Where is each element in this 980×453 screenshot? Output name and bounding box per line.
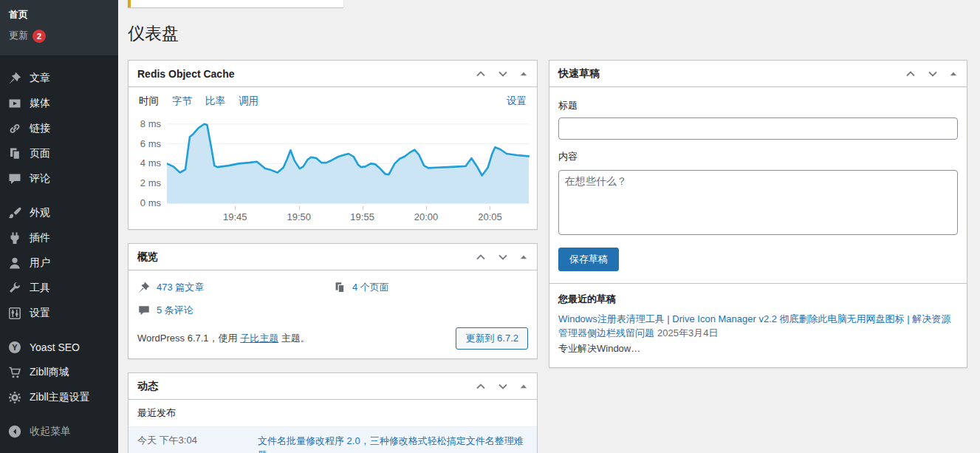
sidebar-item-yoast-seo[interactable]: Y Yoast SEO xyxy=(0,335,118,360)
posts-count-link[interactable]: 473 篇文章 xyxy=(157,279,204,296)
comment-icon xyxy=(7,171,22,186)
sidebar-item-collapse-menu[interactable]: 收起菜单 xyxy=(0,419,118,444)
y-tick-label: 8 ms xyxy=(140,118,161,130)
move-up-icon[interactable] xyxy=(905,68,916,80)
draft-title-input[interactable] xyxy=(558,117,958,140)
collapse-arrow-icon xyxy=(7,424,22,439)
redis-tab-ratio[interactable]: 比率 xyxy=(205,95,225,108)
sidebar-item-label: 媒体 xyxy=(30,97,50,110)
cart-icon xyxy=(7,365,22,380)
sidebar-item-settings[interactable]: 设置 xyxy=(0,301,118,326)
draft-content-textarea[interactable] xyxy=(558,170,958,235)
quick-draft-panel: 快速草稿 标题 内容 保存草稿 您最 xyxy=(549,60,967,368)
quick-draft-panel-header: 快速草稿 xyxy=(549,61,967,87)
pages-icon xyxy=(7,146,22,161)
media-icon xyxy=(7,96,22,111)
update-wordpress-button[interactable]: 更新到 6.7.2 xyxy=(456,327,528,350)
theme-link[interactable]: 子比主题 xyxy=(240,333,278,344)
draft-post-link[interactable]: Windows注册表清理工具 | Drive Icon Manager v2.2… xyxy=(558,313,950,338)
redis-chart-svg xyxy=(167,118,530,205)
redis-settings-link[interactable]: 设置 xyxy=(507,95,527,108)
redis-tabs: 时间 字节 比率 调用 设置 xyxy=(129,87,537,115)
sidebar-item-updates[interactable]: 更新2 xyxy=(0,25,118,47)
gear-icon xyxy=(7,390,22,405)
x-tick-label: 20:00 xyxy=(414,211,439,222)
link-icon xyxy=(7,121,22,136)
collapse-panel-icon[interactable] xyxy=(519,253,528,262)
sidebar-item-label: 外观 xyxy=(30,206,50,219)
y-tick-label: 0 ms xyxy=(140,197,161,209)
redis-chart: 8 ms 6 ms 4 ms 2 ms 0 ms 19:45 xyxy=(129,115,537,229)
redis-tab-time[interactable]: 时间 xyxy=(139,95,159,108)
draft-title-label: 标题 xyxy=(558,99,958,112)
sidebar-item-label: 链接 xyxy=(30,122,50,135)
quick-draft-panel-title: 快速草稿 xyxy=(558,67,905,81)
wordpress-admin: 首页 更新2 文章 媒体 链接 页面 xyxy=(0,0,980,453)
redis-tab-bytes[interactable]: 字节 xyxy=(172,95,192,108)
glance-panel-title: 概览 xyxy=(137,251,475,264)
activity-post-link[interactable]: 文件名批量修改程序 2.0，三种修改格式轻松搞定文件名整理难题 xyxy=(258,434,528,453)
move-down-icon[interactable] xyxy=(927,68,939,80)
move-down-icon[interactable] xyxy=(497,381,509,392)
sidebar-item-label: 页面 xyxy=(30,147,50,160)
x-tick-label: 19:50 xyxy=(287,211,311,222)
x-tick-label: 20:05 xyxy=(478,211,502,222)
glance-posts: 473 篇文章 xyxy=(137,279,333,296)
move-up-icon[interactable] xyxy=(475,251,487,263)
comment-icon xyxy=(137,304,151,317)
sidebar-item-label: 工具 xyxy=(30,282,50,295)
draft-item: Windows注册表清理工具 | Drive Icon Manager v2.2… xyxy=(558,312,958,355)
activity-row: 今天 下午3:04 文件名批量修改程序 2.0，三种修改格式轻松搞定文件名整理难… xyxy=(129,426,537,453)
sidebar-item-home[interactable]: 首页 xyxy=(0,4,118,25)
chart-y-axis: 8 ms 6 ms 4 ms 2 ms 0 ms xyxy=(133,118,167,205)
move-up-icon[interactable] xyxy=(475,68,487,80)
collapse-panel-icon[interactable] xyxy=(519,69,528,78)
admin-menu: 文章 媒体 链接 页面 评论 外观 xyxy=(0,55,118,444)
recent-drafts-header: 您最近的草稿 xyxy=(558,293,958,306)
sidebar-item-label: 设置 xyxy=(30,307,50,320)
glance-panel-header: 概览 xyxy=(129,244,537,270)
move-up-icon[interactable] xyxy=(475,381,487,392)
draft-excerpt: 专业解决Window… xyxy=(558,342,958,355)
dashboard-content: 仪表盘 Redis Object Cache 时间 xyxy=(118,0,980,453)
sidebar-item-appearance[interactable]: 外观 xyxy=(0,200,118,225)
sidebar-item-tools[interactable]: 工具 xyxy=(0,276,118,301)
activity-panel-title: 动态 xyxy=(137,380,475,393)
comments-count-link[interactable]: 5 条评论 xyxy=(157,302,193,319)
sidebar-item-comments[interactable]: 评论 xyxy=(0,166,118,191)
sidebar-item-zibll-shop[interactable]: Zibll商城 xyxy=(0,360,118,385)
sidebar-item-zibll-theme-settings[interactable]: Zibll主题设置 xyxy=(0,385,118,410)
pages-count-link[interactable]: 4 个页面 xyxy=(352,279,389,296)
save-draft-button[interactable]: 保存草稿 xyxy=(558,248,619,271)
pages-icon xyxy=(333,281,346,294)
sidebar-item-label: 评论 xyxy=(30,172,50,185)
sidebar-item-media[interactable]: 媒体 xyxy=(0,91,118,116)
recent-drafts-section: 您最近的草稿 Windows注册表清理工具 | Drive Icon Manag… xyxy=(549,283,967,358)
redis-panel-header: Redis Object Cache xyxy=(129,61,537,87)
brush-icon xyxy=(7,205,22,220)
wrench-icon xyxy=(7,281,22,296)
sidebar-item-label: Zibll商城 xyxy=(30,366,69,379)
collapse-panel-icon[interactable] xyxy=(949,69,958,78)
admin-notice-truncated xyxy=(128,0,343,7)
sidebar-item-label: Yoast SEO xyxy=(30,341,80,353)
move-down-icon[interactable] xyxy=(497,251,509,263)
sidebar-item-posts[interactable]: 文章 xyxy=(0,66,118,91)
redis-tab-calls[interactable]: 调用 xyxy=(239,95,258,108)
move-down-icon[interactable] xyxy=(497,68,509,80)
page-title: 仪表盘 xyxy=(128,23,980,44)
user-icon xyxy=(7,256,22,270)
sidebar-item-users[interactable]: 用户 xyxy=(0,251,118,276)
chart-x-axis: 19:45 19:50 19:55 20:00 20:05 xyxy=(167,205,530,225)
sidebar-item-links[interactable]: 链接 xyxy=(0,116,118,141)
activity-panel-header: 动态 xyxy=(129,373,537,400)
sidebar-item-pages[interactable]: 页面 xyxy=(0,141,118,166)
x-tick-label: 19:55 xyxy=(350,211,374,222)
sidebar-item-plugins[interactable]: 插件 xyxy=(0,225,118,251)
recently-published-header: 最近发布 xyxy=(129,400,537,426)
collapse-panel-icon[interactable] xyxy=(519,382,528,391)
x-tick-label: 19:45 xyxy=(223,211,247,222)
draft-date: 2025年3月4日 xyxy=(657,327,718,338)
sidebar-item-label: 文章 xyxy=(30,72,50,85)
svg-text:Y: Y xyxy=(12,343,18,352)
